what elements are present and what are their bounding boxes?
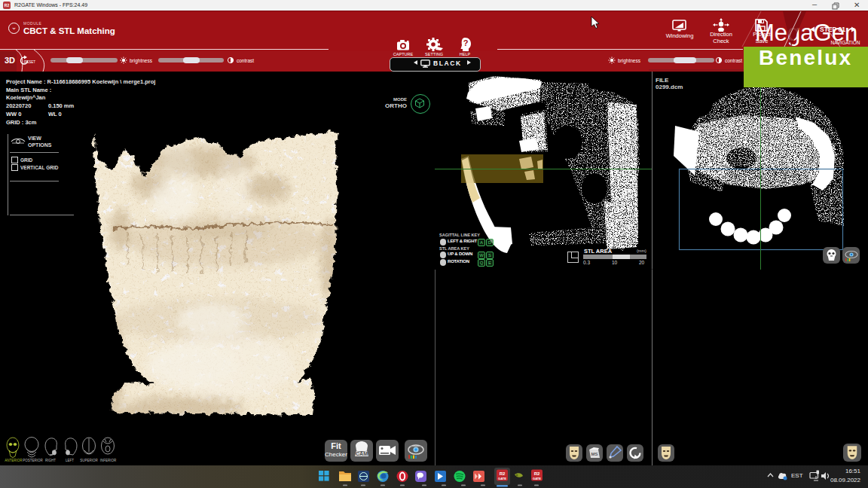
svg-text:Direction: Direction xyxy=(710,31,732,38)
svg-text:RESET: RESET xyxy=(24,60,35,64)
svg-text:R2: R2 xyxy=(534,471,540,476)
svg-text:HELP: HELP xyxy=(460,52,471,56)
svg-text:MS: MS xyxy=(591,452,598,456)
svg-text:SETTING: SETTING xyxy=(425,52,443,56)
svg-text:?: ? xyxy=(463,38,469,47)
svg-text:GATE: GATE xyxy=(533,477,541,480)
svg-text:R2: R2 xyxy=(500,471,506,476)
svg-text:GATE: GATE xyxy=(498,477,506,480)
svg-text:CAPTURE: CAPTURE xyxy=(393,52,414,56)
svg-text:Check: Check xyxy=(713,38,729,44)
svg-text:CAM: CAM xyxy=(356,451,368,456)
svg-text:Windowing: Windowing xyxy=(666,32,694,39)
